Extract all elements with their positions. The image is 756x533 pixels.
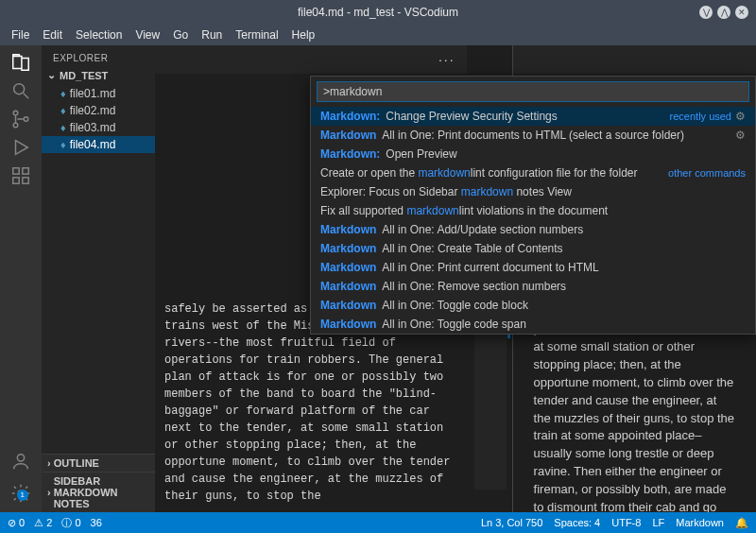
source-control-icon[interactable] (9, 108, 32, 130)
explorer-title: EXPLORER (42, 45, 155, 67)
menu-go[interactable]: Go (167, 26, 194, 43)
activity-bar: 1 (0, 45, 42, 512)
editor-tabbar-left: ··· (155, 45, 467, 74)
status-encoding[interactable]: UTF-8 (611, 517, 641, 528)
markdown-file-icon: ♦ (60, 139, 66, 150)
palette-item[interactable]: Create or open the markdownlint configur… (311, 163, 755, 182)
palette-item[interactable]: Markdown All in One: Print current docum… (311, 258, 755, 277)
chevron-down-icon: ⌄ (47, 69, 57, 81)
menu-run[interactable]: Run (196, 26, 228, 43)
palette-item[interactable]: Markdown: Open Preview (311, 145, 755, 163)
close-button[interactable]: ✕ (735, 6, 748, 19)
status-lncol[interactable]: Ln 3, Col 750 (481, 517, 542, 528)
status-bell-icon[interactable]: 🔔 (735, 517, 748, 529)
explorer-icon[interactable] (9, 51, 32, 74)
svg-rect-8 (13, 178, 19, 183)
palette-item[interactable]: Fix all supported markdownlint violation… (311, 201, 755, 220)
svg-point-3 (13, 123, 18, 128)
file-label: file04.md (70, 138, 116, 151)
command-palette-input[interactable] (317, 81, 749, 102)
status-count[interactable]: 36 (91, 517, 102, 528)
file-item[interactable]: ♦file02.md (42, 102, 155, 119)
svg-point-0 (14, 84, 25, 95)
file-label: file01.md (70, 87, 116, 100)
svg-rect-9 (23, 178, 28, 183)
svg-rect-7 (23, 168, 28, 174)
menu-bar: File Edit Selection View Go Run Terminal… (0, 25, 756, 45)
menu-help[interactable]: Help (286, 26, 321, 43)
editor-more-icon[interactable]: ··· (433, 52, 461, 67)
explorer-sidebar: EXPLORER ⌄MD_TEST ♦file01.md♦file02.md♦f… (42, 45, 155, 512)
extensions-icon[interactable] (9, 164, 32, 187)
editor-tabbar-right (513, 45, 756, 74)
gear-icon[interactable]: ⚙ (735, 129, 746, 142)
markdown-file-icon: ♦ (60, 122, 66, 133)
outline-label: OUTLINE (54, 457, 99, 469)
file-label: file02.md (70, 104, 116, 117)
svg-point-10 (17, 455, 24, 461)
status-eol[interactable]: LF (652, 517, 664, 528)
outline-section[interactable]: ›OUTLINE (42, 454, 155, 472)
svg-line-1 (24, 94, 29, 99)
gear-icon[interactable]: ⚙ (735, 110, 746, 123)
menu-view[interactable]: View (129, 26, 165, 43)
chevron-right-icon: › (47, 487, 51, 498)
account-icon[interactable] (9, 450, 32, 473)
file-label: file03.md (70, 121, 116, 134)
markdown-file-icon: ♦ (60, 105, 66, 116)
palette-item[interactable]: Markdown All in One: Toggle code span (311, 315, 755, 334)
explorer-root[interactable]: ⌄MD_TEST (42, 67, 155, 83)
palette-item[interactable]: Markdown: Change Preview Security Settin… (311, 107, 755, 126)
status-errors[interactable]: ⊘ 0 (8, 517, 25, 529)
status-info[interactable]: ⓘ 0 (61, 516, 80, 530)
menu-edit[interactable]: Edit (37, 26, 68, 43)
search-icon[interactable] (9, 79, 32, 102)
status-spaces[interactable]: Spaces: 4 (554, 517, 600, 528)
markdown-file-icon: ♦ (60, 88, 66, 99)
file-item[interactable]: ♦file03.md (42, 119, 155, 136)
window-title: file04.md - md_test - VSCodium (298, 6, 458, 19)
menu-file[interactable]: File (6, 26, 35, 43)
palette-item[interactable]: Markdown All in One: Create Table of Con… (311, 239, 755, 258)
command-palette-list: Markdown: Change Preview Security Settin… (311, 107, 755, 334)
command-palette: Markdown: Change Preview Security Settin… (310, 76, 756, 335)
main-area: 1 EXPLORER ⌄MD_TEST ♦file01.md♦file02.md… (0, 45, 756, 512)
minimize-button[interactable]: ⋁ (699, 6, 713, 19)
palette-item[interactable]: Markdown All in One: Add/Update section … (311, 220, 755, 239)
palette-item[interactable]: Explorer: Focus on Sidebar markdown note… (311, 182, 755, 201)
window-titlebar: file04.md - md_test - VSCodium ⋁ ⋀ ✕ (0, 0, 756, 25)
palette-item[interactable]: Markdown All in One: Toggle code block (311, 296, 755, 315)
settings-badge: 1 (17, 490, 28, 501)
palette-item[interactable]: Markdown All in One: Print documents to … (311, 126, 755, 145)
file-tree: ♦file01.md♦file02.md♦file03.md♦file04.md (42, 83, 155, 153)
root-label: MD_TEST (60, 70, 108, 81)
run-debug-icon[interactable] (9, 136, 32, 159)
status-language[interactable]: Markdown (676, 517, 724, 528)
menu-selection[interactable]: Selection (70, 26, 128, 43)
chevron-right-icon: › (47, 457, 51, 469)
window-controls: ⋁ ⋀ ✕ (699, 6, 748, 19)
svg-marker-5 (16, 141, 28, 155)
editor-group: ··· safely be asserted as the "make-up" … (155, 45, 756, 512)
svg-rect-6 (13, 168, 19, 174)
file-item[interactable]: ♦file04.md (42, 136, 155, 153)
status-bar: ⊘ 0 ⚠ 2 ⓘ 0 36 Ln 3, Col 750 Spaces: 4 U… (0, 512, 756, 533)
maximize-button[interactable]: ⋀ (717, 6, 730, 19)
svg-point-2 (13, 111, 18, 115)
palette-item[interactable]: Markdown All in One: Remove section numb… (311, 277, 755, 296)
menu-terminal[interactable]: Terminal (230, 26, 284, 43)
svg-point-4 (24, 117, 28, 122)
notes-section[interactable]: ›SIDEBAR MARKDOWN NOTES (42, 472, 155, 512)
file-item[interactable]: ♦file01.md (42, 85, 155, 102)
notes-label: SIDEBAR MARKDOWN NOTES (54, 475, 149, 509)
status-warnings[interactable]: ⚠ 2 (34, 517, 52, 529)
